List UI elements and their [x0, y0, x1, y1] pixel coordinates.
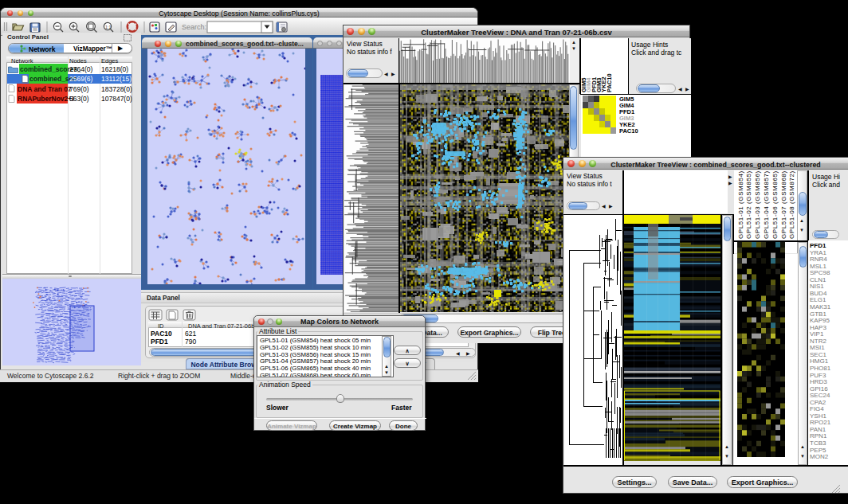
- svg-text:GPL51-08 (GSM872): GPL51-08 (GSM872): [788, 170, 795, 239]
- svg-text:GPL51-01 (GSM854): GPL51-01 (GSM854): [737, 170, 744, 239]
- svg-text:PAC10: PAC10: [605, 73, 612, 92]
- svg-text:Search:: Search:: [182, 23, 206, 31]
- svg-text:GPL51-07 (GSM868): GPL51-07 (GSM868): [780, 170, 787, 239]
- svg-text:GPL51-04 (GSM857): GPL51-04 (GSM857): [763, 170, 770, 239]
- svg-text:GPL51-02 (GSM855): GPL51-02 (GSM855): [745, 170, 752, 239]
- svg-text:GPL51-06 (GSM865): GPL51-06 (GSM865): [771, 170, 779, 239]
- svg-text:GPL51-03 (GSM856): GPL51-03 (GSM856): [754, 170, 761, 239]
- svg-text:1:1: 1:1: [105, 25, 112, 29]
